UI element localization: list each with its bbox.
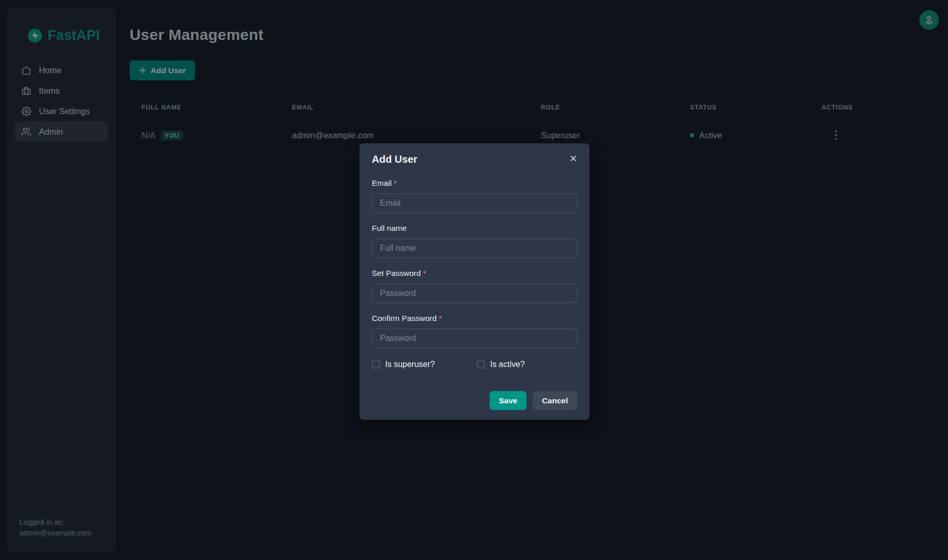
modal-header: Add User <box>360 143 589 166</box>
confirm-password-field-group: Confirm Password* <box>372 313 577 348</box>
email-field[interactable] <box>372 193 577 213</box>
full-name-label: Full name <box>372 223 577 233</box>
set-password-field[interactable] <box>372 284 577 303</box>
close-icon <box>570 155 577 162</box>
is-active-group: Is active? <box>477 360 525 369</box>
is-superuser-label[interactable]: Is superuser? <box>385 360 435 369</box>
email-label: Email* <box>372 178 577 188</box>
set-password-field-group: Set Password* <box>372 268 577 303</box>
is-superuser-group: Is superuser? <box>372 360 435 369</box>
is-active-checkbox[interactable] <box>477 360 485 369</box>
modal-body: Email* Full name Set Password* Confirm P… <box>360 178 589 369</box>
add-user-modal: Add User Email* Full name Set Password* … <box>360 143 589 420</box>
full-name-field[interactable] <box>372 239 577 258</box>
cancel-button[interactable]: Cancel <box>533 391 577 410</box>
is-superuser-checkbox[interactable] <box>372 360 380 369</box>
modal-footer: Save Cancel <box>360 391 589 420</box>
confirm-password-label: Confirm Password* <box>372 313 577 323</box>
required-marker: * <box>394 179 397 187</box>
required-marker: * <box>423 269 426 277</box>
confirm-password-field[interactable] <box>372 329 577 348</box>
email-field-group: Email* <box>372 178 577 213</box>
is-active-label[interactable]: Is active? <box>490 360 525 369</box>
checkbox-row: Is superuser? Is active? <box>372 360 577 369</box>
modal-title: Add User <box>372 153 417 166</box>
save-button[interactable]: Save <box>490 391 526 410</box>
required-marker: * <box>439 314 442 322</box>
close-button[interactable] <box>566 152 580 165</box>
set-password-label: Set Password* <box>372 268 577 278</box>
full-name-field-group: Full name <box>372 223 577 258</box>
